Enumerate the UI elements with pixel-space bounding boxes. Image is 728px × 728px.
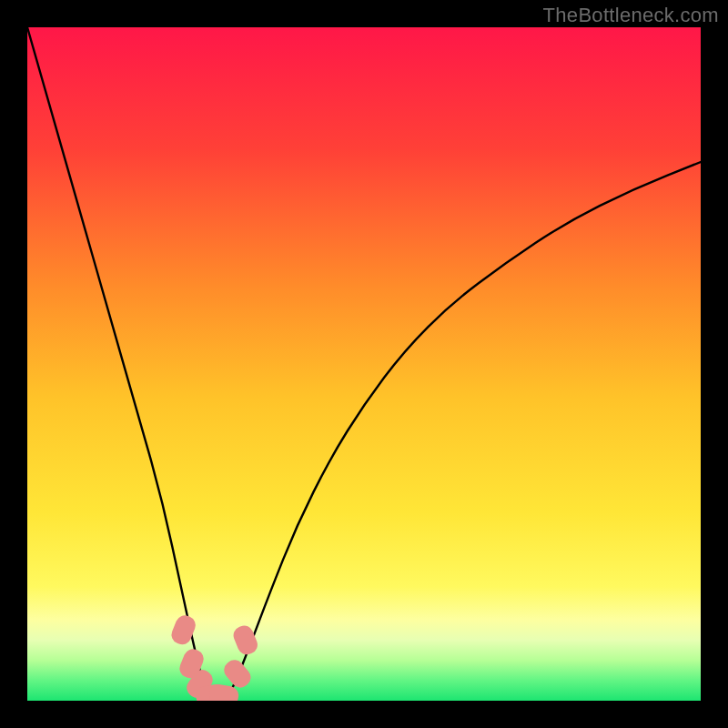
chart-background [27,27,701,701]
chart-frame: TheBottleneck.com [0,0,728,728]
watermark: TheBottleneck.com [543,4,719,27]
chart-svg [27,27,701,701]
bottleneck-chart [27,27,701,701]
